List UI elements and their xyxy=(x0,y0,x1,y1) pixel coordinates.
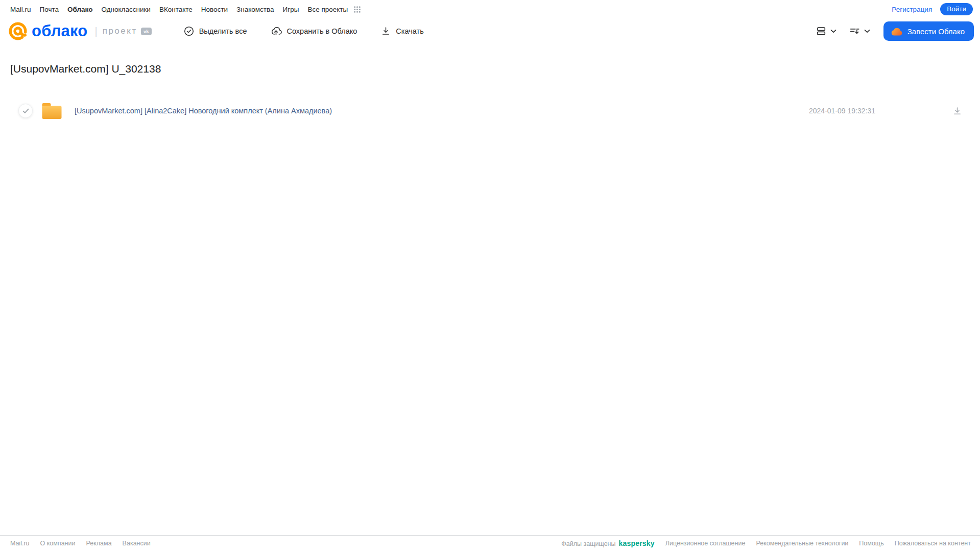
select-all-button[interactable]: Выделить все xyxy=(183,26,247,37)
mailru-at-icon xyxy=(8,21,28,41)
cloud-logo[interactable]: облако | проект vk xyxy=(8,21,152,41)
sort-button[interactable] xyxy=(849,26,870,37)
list-view-icon xyxy=(816,26,827,37)
download-icon xyxy=(380,26,391,37)
portal-link-novosti[interactable]: Новости xyxy=(201,6,228,13)
save-to-cloud-button[interactable]: Сохранить в Облако xyxy=(270,26,357,37)
chevron-down-icon xyxy=(864,29,870,33)
download-icon xyxy=(952,106,963,116)
cloud-header: облако | проект vk Выделить все Сох xyxy=(0,15,980,47)
cloud-logo-text: облако xyxy=(32,22,88,40)
download-label: Скачать xyxy=(396,27,423,35)
footer-link-license[interactable]: Лицензионное соглашение xyxy=(665,540,746,547)
footer-link-report-content[interactable]: Пожаловаться на контент xyxy=(895,540,971,547)
file-name-link[interactable]: [UsupovMarket.com] [Alina2Cake] Новогодн… xyxy=(75,107,332,115)
row-checkbox[interactable] xyxy=(18,104,33,118)
check-circle-icon xyxy=(183,26,195,37)
cloud-icon xyxy=(890,27,903,36)
footer-link-help[interactable]: Помощь xyxy=(859,540,883,547)
folder-icon xyxy=(41,102,62,120)
portal-link-vse-proekty[interactable]: Все проекты xyxy=(307,6,348,13)
chevron-down-icon xyxy=(830,29,836,33)
footer: Mail.ru О компании Реклама Вакансии Файл… xyxy=(0,535,980,551)
sort-icon xyxy=(849,26,861,37)
register-link[interactable]: Регистрация xyxy=(892,6,932,13)
portal-link-oblako[interactable]: Облако xyxy=(67,6,92,13)
kaspersky-logo[interactable]: kaspersky xyxy=(618,539,654,547)
page-title: [UsupovMarket.com] U_302138 xyxy=(10,63,161,75)
portal-nav: Mail.ru Почта Облако Одноклассники ВКонт… xyxy=(0,0,980,15)
vk-badge-icon: vk xyxy=(141,28,152,35)
footer-link-company[interactable]: О компании xyxy=(40,540,76,547)
login-button[interactable]: Войти xyxy=(940,3,973,15)
footer-link-vakansii[interactable]: Вакансии xyxy=(123,540,151,547)
footer-link-mailru[interactable]: Mail.ru xyxy=(10,540,30,547)
portal-link-pochta[interactable]: Почта xyxy=(40,6,59,13)
apps-grid-icon[interactable] xyxy=(354,6,361,13)
select-all-label: Выделить все xyxy=(199,27,247,35)
save-to-cloud-label: Сохранить в Облако xyxy=(286,27,357,35)
portal-link-igry[interactable]: Игры xyxy=(283,6,299,13)
cloud-upload-icon xyxy=(270,26,282,37)
portal-link-odnoklassniki[interactable]: Одноклассники xyxy=(101,6,150,13)
project-label: проект xyxy=(103,26,137,36)
get-cloud-button[interactable]: Завести Облако xyxy=(883,21,974,41)
portal-link-mailru[interactable]: Mail.ru xyxy=(10,6,31,13)
protected-label: Файлы защищены xyxy=(561,540,615,547)
header-controls: Завести Облако xyxy=(816,21,974,41)
footer-link-recommend-tech[interactable]: Рекомендательные технологии xyxy=(756,540,848,547)
kaspersky-protection: Файлы защищены kaspersky xyxy=(561,539,654,547)
file-date: 2024-01-09 19:32:31 xyxy=(809,107,875,115)
view-mode-button[interactable] xyxy=(816,26,836,37)
get-cloud-label: Завести Облако xyxy=(907,27,965,36)
file-toolbar: Выделить все Сохранить в Облако Скачат xyxy=(183,26,424,37)
footer-link-reklama[interactable]: Реклама xyxy=(86,540,111,547)
portal-link-znakomstva[interactable]: Знакомства xyxy=(236,6,274,13)
download-button[interactable]: Скачать xyxy=(380,26,423,37)
check-icon xyxy=(22,108,29,114)
logo-divider: | xyxy=(95,26,98,37)
file-row[interactable]: [UsupovMarket.com] [Alina2Cake] Новогодн… xyxy=(10,99,970,123)
portal-link-vkontakte[interactable]: ВКонтакте xyxy=(159,6,193,13)
row-download-button[interactable] xyxy=(952,106,963,116)
